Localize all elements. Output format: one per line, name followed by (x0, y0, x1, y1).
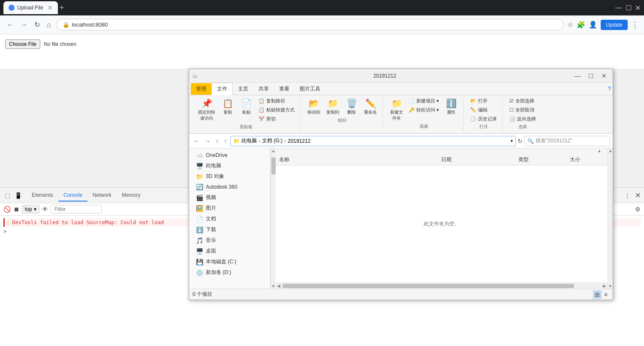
home-btn[interactable]: ⌂ (45, 19, 53, 30)
fe-back-btn[interactable]: ← (192, 137, 201, 145)
path-folder-icon: 📁 (233, 138, 240, 144)
fe-close-btn[interactable]: ✕ (599, 72, 609, 80)
tab-console[interactable]: Console (58, 190, 87, 202)
forward-btn[interactable]: → (19, 19, 29, 30)
fe-maximize-btn[interactable]: ☐ (586, 72, 596, 80)
devtools-more-icon[interactable]: ⋮ (623, 191, 632, 200)
tab-memory[interactable]: Memory (117, 190, 145, 202)
ribbon-help-icon[interactable]: ? (608, 85, 611, 92)
sidebar-scrollbar[interactable]: ▲ ▼ (271, 148, 276, 289)
content-scroll-down[interactable]: ▼ (608, 284, 613, 289)
fe-forward-btn[interactable]: → (203, 137, 212, 145)
console-settings-icon[interactable]: ⚙ (635, 206, 641, 213)
sidebar-item-music[interactable]: 🎵 音乐 (189, 235, 270, 246)
ribbon-tab-wenjian[interactable]: 文件 (211, 83, 233, 95)
bookmark-star-icon[interactable]: ☆ (567, 21, 573, 29)
new-tab-btn[interactable]: + (60, 3, 64, 12)
sidebar-item-thispc[interactable]: 🖥️ 此电脑 (189, 160, 270, 171)
sidebar-item-docs[interactable]: 📄 文档 (189, 214, 270, 224)
sidebar-scroll-down[interactable]: ▼ (271, 284, 276, 289)
close-btn[interactable]: ✕ (635, 4, 641, 12)
sidebar-item-video[interactable]: 🎬 视频 (189, 192, 270, 203)
ribbon-tab-tupian[interactable]: 图片工具 (295, 83, 325, 95)
ribbon-tab-management[interactable]: 管理 (191, 83, 211, 95)
hscroll-left[interactable]: ◀ (276, 283, 282, 288)
sidebar-scroll-up[interactable]: ▲ (271, 148, 276, 153)
browser-menu-icon[interactable]: ⋮ (631, 20, 639, 30)
update-button[interactable]: Update (601, 20, 628, 30)
fe-search-bar[interactable]: 🔍 搜索"20191212" (524, 136, 610, 146)
paste-btn[interactable]: 📄 粘贴 (238, 97, 255, 123)
devtools-inspect-icon[interactable]: ⬚ (3, 191, 12, 200)
sidebar-item-cdrive[interactable]: 💾 本地磁盘 (C:) (189, 256, 270, 267)
back-btn[interactable]: ← (5, 19, 15, 30)
console-eye-icon[interactable]: 👁 (42, 206, 48, 213)
sidebar-item-downloads[interactable]: ⬇️ 下载 (189, 224, 270, 235)
extensions-icon[interactable]: 🧩 (577, 21, 585, 29)
console-filter-input[interactable] (51, 205, 102, 214)
ribbon-tab-chakan[interactable]: 查看 (274, 83, 295, 95)
tab-network[interactable]: Network (87, 190, 117, 202)
edit-btn[interactable]: ✏️ 编辑 (469, 106, 499, 114)
open-btn[interactable]: 📂 打开 (469, 97, 499, 105)
easy-access-icon: 🔑 (409, 107, 415, 113)
content-vscrollbar[interactable]: ▲ ▼ (608, 148, 613, 289)
move-to-btn[interactable]: 📂 移动到 (305, 97, 322, 117)
invert-selection-btn[interactable]: ⬜ 反向选择 (508, 115, 538, 123)
choose-file-button[interactable]: Choose File (5, 39, 40, 49)
sidebar-item-onedrive[interactable]: ☁️ OneDrive (189, 150, 270, 160)
sidebar-item-desktop[interactable]: 🖥️ 桌面 (189, 246, 270, 256)
new-folder-btn[interactable]: 📁 新建文件夹 (388, 97, 405, 123)
tab-close-btn[interactable]: ✕ (48, 4, 53, 11)
fe-refresh-btn[interactable]: ↻ (518, 138, 523, 144)
hscroll-thumb[interactable] (283, 284, 574, 288)
copy-path-btn[interactable]: 📋 复制路径 (257, 97, 296, 105)
content-hscrollbar[interactable]: ◀ ▶ (276, 283, 608, 289)
ribbon-tab-zhuye[interactable]: 主页 (233, 83, 253, 95)
col-header-name[interactable]: 名称 (279, 156, 441, 163)
account-icon[interactable]: 👤 (589, 21, 597, 29)
active-tab[interactable]: Upload File ✕ (3, 1, 58, 14)
fe-up2-btn[interactable]: ↑ (222, 137, 229, 145)
content-scroll-up[interactable]: ▲ (608, 148, 613, 153)
fe-up-btn[interactable]: ↑ (214, 137, 220, 145)
ribbon-tab-gongxiang[interactable]: 共享 (253, 83, 274, 95)
console-clear-icon[interactable]: 🚫 (3, 206, 11, 213)
view-list-btn[interactable]: ≡ (602, 290, 609, 299)
new-item-btn[interactable]: 📄 新建项目 ▾ (407, 97, 441, 105)
delete-btn[interactable]: 🗑️ 删除 (343, 97, 360, 117)
minimize-btn[interactable]: — (615, 4, 622, 12)
devtools-device-icon[interactable]: 📱 (13, 191, 23, 200)
col-header-date[interactable]: 日期 (441, 156, 518, 163)
properties-btn[interactable]: ℹ️ 属性 (442, 97, 460, 123)
context-selector[interactable]: top ▾ (22, 205, 39, 214)
hscroll-right[interactable]: ▶ (602, 283, 608, 288)
devtools-close-btn[interactable]: ✕ (635, 191, 641, 199)
reload-btn[interactable]: ↻ (33, 19, 42, 30)
sidebar-item-ddrive[interactable]: 💿 新加卷 (D:) (189, 267, 270, 278)
cut-btn[interactable]: ✂️ 剪切 (257, 115, 296, 123)
copy-to-btn[interactable]: 📁 复制到 (324, 97, 341, 117)
col-header-type[interactable]: 类型 (518, 156, 570, 163)
view-details-btn[interactable]: ⊞ (593, 290, 602, 299)
easy-access-btn[interactable]: 🔑 轻松访问 ▾ (407, 106, 441, 114)
tab-elements[interactable]: Elements (27, 190, 58, 202)
maximize-btn[interactable]: ☐ (626, 4, 632, 12)
sidebar-item-autodesk[interactable]: 🔄 Autodesk 360 (189, 182, 270, 192)
fe-path-bar[interactable]: 📁 此电脑 › 文档 (G:) › 20191212 ▾ (230, 136, 516, 146)
console-stop-icon[interactable]: ⏹ (13, 206, 19, 213)
paste-shortcut-btn[interactable]: 📋 粘贴快捷方式 (257, 106, 296, 114)
sidebar-item-pictures[interactable]: 🖼️ 图片 (189, 203, 270, 214)
path-dropdown-icon[interactable]: ▾ (511, 138, 513, 143)
select-none-btn[interactable]: ☐ 全部取消 (508, 106, 538, 114)
copy-btn[interactable]: 📋 复制 (219, 97, 236, 123)
col-header-size[interactable]: 大小 (570, 156, 604, 163)
sidebar-scroll-thumb[interactable] (271, 157, 276, 175)
sidebar-item-3dobj[interactable]: 📁 3D 对象 (189, 171, 270, 182)
rename-btn[interactable]: ✏️ 重命名 (362, 97, 379, 117)
pin-quick-access-btn[interactable]: 📌 固定到快速访问 (196, 97, 217, 123)
history-btn[interactable]: 🕓 历史记录 (469, 115, 499, 123)
select-all-btn[interactable]: ☑ 全部选择 (508, 97, 538, 105)
fe-minimize-btn[interactable]: — (572, 72, 583, 80)
address-bar[interactable]: 🔒 localhost:8080 (56, 19, 564, 30)
